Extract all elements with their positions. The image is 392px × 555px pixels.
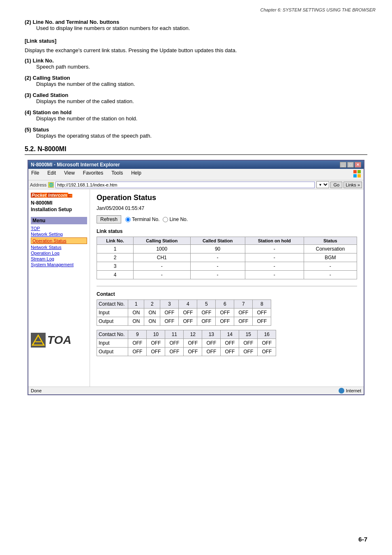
item-title-line-no: (2) Line No. and Terminal No. buttons bbox=[25, 19, 367, 25]
menu-favorites[interactable]: Favorites bbox=[82, 170, 104, 179]
sidebar-logo-pocket: Pocket bbox=[31, 193, 47, 198]
sidebar-item-operation-log[interactable]: Operation Log bbox=[31, 251, 87, 256]
td-output-label-1: Output bbox=[97, 317, 128, 326]
menu-view[interactable]: View bbox=[63, 170, 76, 179]
address-input[interactable] bbox=[55, 182, 315, 188]
sidebar-logo-intercom: Intercom bbox=[47, 193, 68, 198]
svg-rect-1 bbox=[357, 170, 361, 173]
sidebar-logo-dots: ··· bbox=[68, 194, 73, 198]
page-number: 6-7 bbox=[358, 536, 367, 543]
sidebar-item-network-setting[interactable]: Network Setting bbox=[31, 232, 87, 237]
td-input-1-5: OFF bbox=[197, 309, 216, 317]
sidebar-item-system-management[interactable]: System Management bbox=[31, 262, 87, 267]
td-output-2-4: OFF bbox=[184, 348, 202, 356]
td-output-2-7: OFF bbox=[239, 348, 258, 356]
td-status-1: Conversation bbox=[304, 245, 357, 253]
td-output-1-2: ON bbox=[144, 317, 160, 326]
browser-main-content: Operation Status Jan/05/2004 01:55:47 Re… bbox=[90, 189, 364, 387]
timestamp: Jan/05/2004 01:55:47 bbox=[97, 205, 357, 211]
divider bbox=[97, 286, 357, 286]
td-input-1-8: OFF bbox=[253, 309, 271, 317]
td-output-1-6: OFF bbox=[216, 317, 234, 326]
td-output-1-1: ON bbox=[128, 317, 144, 326]
titlebar-buttons[interactable]: _ □ ✕ bbox=[340, 162, 361, 168]
radio-line[interactable]: Line No. bbox=[163, 216, 188, 222]
td-output-2-6: OFF bbox=[221, 348, 239, 356]
maximize-button[interactable]: □ bbox=[347, 162, 354, 168]
go-dropdown[interactable]: ▾ bbox=[316, 181, 329, 188]
item-desc-link-no: Speech path numbers. bbox=[36, 64, 367, 70]
td-input-label-2: Input bbox=[97, 339, 128, 348]
td-output-1-7: OFF bbox=[234, 317, 253, 326]
th-on-hold: Station on hold bbox=[245, 237, 304, 245]
th-c9: 9 bbox=[128, 330, 147, 339]
td-link-3: 3 bbox=[97, 262, 134, 271]
item-calling-station: (2) Calling Station Displays the number … bbox=[25, 75, 367, 87]
td-input-1-7: OFF bbox=[234, 309, 253, 317]
link-status-header: [Link status] bbox=[25, 38, 367, 44]
td-input-2-8: OFF bbox=[258, 339, 276, 348]
sidebar-item-operation-status[interactable]: Operation Status bbox=[31, 237, 87, 244]
minimize-button[interactable]: _ bbox=[340, 162, 346, 168]
td-called-2: - bbox=[190, 253, 245, 262]
th-c14: 14 bbox=[221, 330, 239, 339]
contact-table-2: Contact No. 9 10 11 12 13 14 15 16 bbox=[97, 330, 276, 356]
radio-terminal-input[interactable] bbox=[125, 217, 131, 222]
browser-titlebar: N-8000MI - Microsoft Internet Explorer _… bbox=[28, 161, 364, 169]
td-calling-2: CH1 bbox=[134, 253, 191, 262]
browser-title: N-8000MI - Microsoft Internet Explorer bbox=[31, 162, 120, 168]
td-hold-3: - bbox=[245, 262, 304, 271]
th-c4: 4 bbox=[179, 300, 197, 309]
link-status-section-title: Link status bbox=[97, 228, 357, 234]
contact-output-row-2: Output OFF OFF OFF OFF OFF OFF OFF OFF bbox=[97, 348, 276, 356]
browser-statusbar: Done Internet bbox=[28, 387, 364, 394]
th-calling: Calling Station bbox=[134, 237, 191, 245]
td-hold-2: - bbox=[245, 253, 304, 262]
th-contact-no-2: Contact No. bbox=[97, 330, 128, 339]
close-button[interactable]: ✕ bbox=[355, 162, 361, 168]
th-c8: 8 bbox=[253, 300, 271, 309]
sidebar-item-top[interactable]: TOP bbox=[31, 226, 87, 231]
sidebar-device-title: N-8000MIInstallation Setup bbox=[31, 200, 87, 213]
contact-title: Contact bbox=[97, 291, 357, 297]
table-row: 1 1000 90 - Conversation bbox=[97, 245, 357, 253]
th-c16: 16 bbox=[258, 330, 276, 339]
th-c13: 13 bbox=[202, 330, 221, 339]
menu-edit[interactable]: Edit bbox=[46, 170, 57, 179]
menu-help[interactable]: Help bbox=[130, 170, 143, 179]
contact-input-row-1: Input ON ON OFF OFF OFF OFF OFF OFF bbox=[97, 309, 271, 317]
address-go-area: ▾ Go Links » bbox=[316, 181, 362, 188]
td-input-2-3: OFF bbox=[165, 339, 184, 348]
th-c1: 1 bbox=[128, 300, 144, 309]
td-output-2-2: OFF bbox=[147, 348, 165, 356]
sidebar-logo: PocketIntercom··· bbox=[31, 193, 87, 198]
item-link-no: (1) Link No. Speech path numbers. bbox=[25, 58, 367, 70]
contact-output-row-1: Output ON ON OFF OFF OFF OFF OFF OFF bbox=[97, 317, 271, 326]
links-button[interactable]: Links » bbox=[344, 182, 362, 188]
address-label: Address bbox=[30, 182, 46, 187]
chapter-header: Chapter 6: SYSTEM SETTINGS USING THE BRO… bbox=[0, 0, 392, 16]
svg-rect-0 bbox=[353, 170, 357, 173]
th-c10: 10 bbox=[147, 330, 165, 339]
sidebar-item-stream-log[interactable]: Stream Log bbox=[31, 256, 87, 261]
browser-sidebar: PocketIntercom··· N-8000MIInstallation S… bbox=[28, 189, 90, 387]
td-status-4: - bbox=[304, 271, 357, 279]
browser-window: N-8000MI - Microsoft Internet Explorer _… bbox=[28, 160, 364, 395]
refresh-button[interactable]: Refresh bbox=[97, 215, 121, 223]
sidebar-item-network-status[interactable]: Network Status bbox=[31, 245, 87, 250]
td-calling-3: - bbox=[134, 262, 191, 271]
item-desc-called: Displays the number of the called statio… bbox=[36, 98, 367, 104]
internet-label: Internet bbox=[346, 388, 361, 393]
menu-tools[interactable]: Tools bbox=[110, 170, 124, 179]
td-input-2-1: OFF bbox=[128, 339, 147, 348]
radio-terminal[interactable]: Terminal No. bbox=[125, 216, 159, 222]
td-input-2-5: OFF bbox=[202, 339, 221, 348]
menu-file[interactable]: File bbox=[30, 170, 40, 179]
radio-line-input[interactable] bbox=[163, 217, 168, 222]
td-link-4: 4 bbox=[97, 271, 134, 279]
th-c2: 2 bbox=[144, 300, 160, 309]
td-calling-1: 1000 bbox=[134, 245, 191, 253]
go-button[interactable]: Go bbox=[330, 182, 342, 188]
th-status: Status bbox=[304, 237, 357, 245]
td-output-2-3: OFF bbox=[165, 348, 184, 356]
